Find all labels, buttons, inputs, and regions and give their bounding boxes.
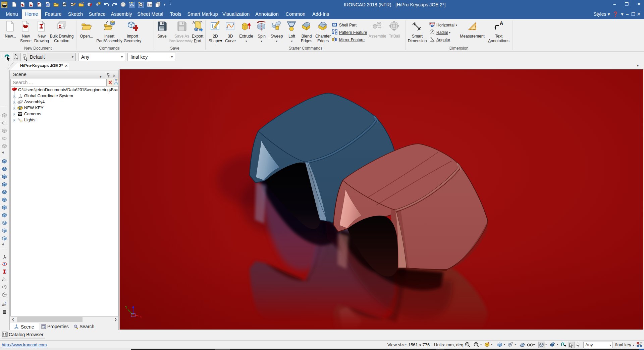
svg-text:X: X (140, 315, 142, 318)
svg-text:A: A (4, 303, 6, 306)
svg-text:A: A (193, 20, 195, 24)
svg-text:Y: Y (125, 306, 127, 309)
svg-text:A: A (500, 20, 503, 26)
